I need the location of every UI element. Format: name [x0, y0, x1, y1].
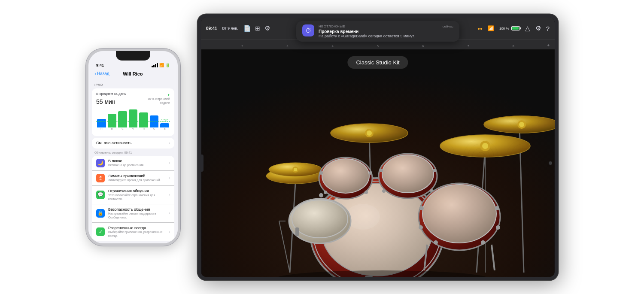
signal-bars	[152, 63, 158, 67]
svg-point-60	[382, 189, 386, 193]
app-limits-icon: ⏱	[96, 174, 105, 182]
always-allowed-subtitle: Выбирайте приложения, разрешенные всегда…	[108, 230, 169, 238]
signal-bar-2	[153, 65, 155, 67]
wifi-icon: 📶	[159, 63, 164, 67]
file-icon[interactable]: 📄	[243, 25, 251, 32]
bar-7	[160, 123, 169, 127]
bar-1	[97, 119, 106, 127]
signal-bar-3	[155, 64, 156, 67]
chart-avg-line	[96, 121, 170, 122]
battery-fill	[512, 27, 519, 30]
downtime-text: В покое Включено до расписания	[108, 159, 169, 167]
app-limits-subtitle: Лимитируйте время для приложений.	[108, 178, 169, 182]
iphone-status-right: 📶 🔋	[152, 63, 170, 67]
ruler-mark-7: 7	[446, 45, 491, 48]
app-limits-title: Лимиты приложений	[108, 174, 169, 178]
notification-symbol: ⏱	[305, 27, 311, 34]
downtime-arrow-icon: ›	[169, 161, 170, 165]
downtime-subtitle: Включено до расписания	[108, 163, 169, 167]
menu-item-app-limits[interactable]: ⏱ Лимиты приложений Лимитируйте время дл…	[92, 171, 174, 186]
app-limits-arrow-icon: ›	[169, 176, 170, 180]
menu-item-comm-safety[interactable]: 🔒 Безопасность общения Настраивайте режи…	[92, 204, 174, 223]
ipad-side-button	[201, 155, 204, 172]
svg-point-50	[319, 171, 323, 175]
comm-limits-title: Ограничения общения	[108, 189, 169, 193]
grid-icon[interactable]: ⊞	[255, 25, 260, 32]
ruler-mark-8: 8	[491, 45, 536, 48]
downtime-title: В покое	[108, 159, 169, 163]
notification-icon: ⏱	[302, 24, 314, 36]
stats-card: В среднем за день 55 мин ⬆ 16 % с прошло…	[92, 88, 174, 136]
signal-dots-icon: ●●	[477, 26, 483, 31]
notification-body: НЕОТЛОЖНЫЕ сейчас Проверка времени На ра…	[319, 24, 453, 38]
svg-point-40	[294, 168, 297, 171]
svg-point-51	[369, 171, 372, 175]
ruler-mark-2: 2	[220, 45, 265, 48]
iphone-content: IPAD В среднем за день 55 мин ⬆ 16 % с п…	[88, 79, 178, 243]
back-button[interactable]: ‹ Назад	[94, 71, 109, 77]
notification-banner[interactable]: ⏱ НЕОТЛОЖНЫЕ сейчас Проверка времени На …	[296, 21, 459, 42]
battery-indicator	[511, 26, 520, 30]
svg-point-83	[519, 122, 524, 127]
always-allowed-text: Разрешенные всегда Выбирайте приложения,…	[108, 226, 169, 238]
battery-icon: 🔋	[165, 63, 170, 67]
ruler-mark-4: 4	[310, 45, 355, 48]
downtime-symbol: 🌙	[97, 160, 103, 166]
app-limits-symbol: ⏱	[98, 176, 103, 181]
svg-point-70	[434, 240, 438, 245]
chart-area: средн. П В С	[96, 109, 170, 131]
update-text: Обновлено: сегодня, 09:41	[88, 150, 178, 156]
back-arrow-icon: ‹	[94, 71, 96, 77]
notification-subtitle: На работу с «GarageBand» сегодня остаётс…	[319, 34, 453, 38]
alert-icon[interactable]: △	[525, 24, 530, 32]
menu-item-comm-limits[interactable]: 💬 Ограничения общения Устанавливайте огр…	[92, 186, 174, 204]
label-5: П	[139, 127, 148, 130]
battery-nub	[520, 27, 521, 30]
help-icon[interactable]: ?	[546, 25, 550, 32]
ipad-status-time: 09:41	[206, 26, 217, 31]
svg-point-66	[419, 206, 424, 210]
sliders-icon[interactable]: ⚙	[264, 24, 270, 32]
label-3: С	[118, 127, 127, 130]
comm-safety-text: Безопасность общения Настраивайте режим …	[108, 207, 169, 219]
ipad-top-bar: 09:41 Вт 9 янв. 📄 ⊞ ⚙ ⏱ НЕОТЛОЖНЫЕ	[201, 18, 555, 40]
settings-icon[interactable]: ⚙	[535, 24, 541, 32]
comm-safety-subtitle: Настраивайте режим поддержки в Сообщения…	[108, 212, 169, 219]
iphone-time: 9:41	[96, 63, 104, 67]
stats-note: ⬆ 16 % с прошлой недели	[147, 93, 170, 105]
svg-point-68	[419, 225, 423, 230]
iphone-nav-bar: ‹ Назад Will Rico	[88, 70, 178, 79]
signal-bar-4	[157, 63, 158, 67]
menu-item-downtime[interactable]: 🌙 В покое Включено до расписания ›	[92, 156, 174, 171]
iphone-notch	[116, 51, 150, 61]
wifi-icon: 📶	[488, 25, 494, 31]
label-4: Ч	[129, 127, 138, 130]
stats-change-icon: ⬆	[167, 94, 170, 97]
ruler-mark-5: 5	[355, 45, 400, 48]
drum-kit-svg	[201, 49, 555, 277]
ruler-plus-icon[interactable]: +	[536, 43, 550, 48]
stats-number: 55	[96, 98, 103, 105]
svg-point-59	[433, 169, 436, 172]
svg-point-69	[496, 225, 500, 230]
iphone-screen: 9:41 📶 🔋 ‹ Назад W	[88, 51, 178, 243]
chart-avg-label: средн.	[161, 118, 169, 121]
downtime-icon: 🌙	[96, 159, 105, 167]
see-all-row[interactable]: См. всю активность ›	[92, 138, 174, 149]
notification-header: НЕОТЛОЖНЫЕ сейчас	[319, 24, 453, 28]
bar-4	[129, 109, 138, 127]
ipad-device: 09:41 Вт 9 янв. 📄 ⊞ ⚙ ⏱ НЕОТЛОЖНЫЕ	[197, 14, 558, 280]
stats-unit: мин	[103, 98, 115, 105]
menu-item-always-allowed[interactable]: ✓ Разрешенные всегда Выбирайте приложени…	[92, 223, 174, 241]
comm-limits-subtitle: Устанавливайте ограничения для контактов…	[108, 193, 169, 201]
chart-labels: П В С Ч П С В	[96, 127, 170, 130]
svg-point-71	[481, 240, 485, 245]
always-allowed-arrow-icon: ›	[169, 230, 170, 234]
comm-limits-icon: 💬	[96, 191, 105, 199]
back-label: Назад	[97, 71, 109, 76]
bar-2	[108, 114, 117, 127]
comm-safety-title: Безопасность общения	[108, 207, 169, 212]
notification-title: Проверка времени	[319, 29, 453, 34]
drum-kit-label[interactable]: Classic Studio Kit	[347, 56, 408, 69]
label-1: П	[97, 127, 106, 130]
